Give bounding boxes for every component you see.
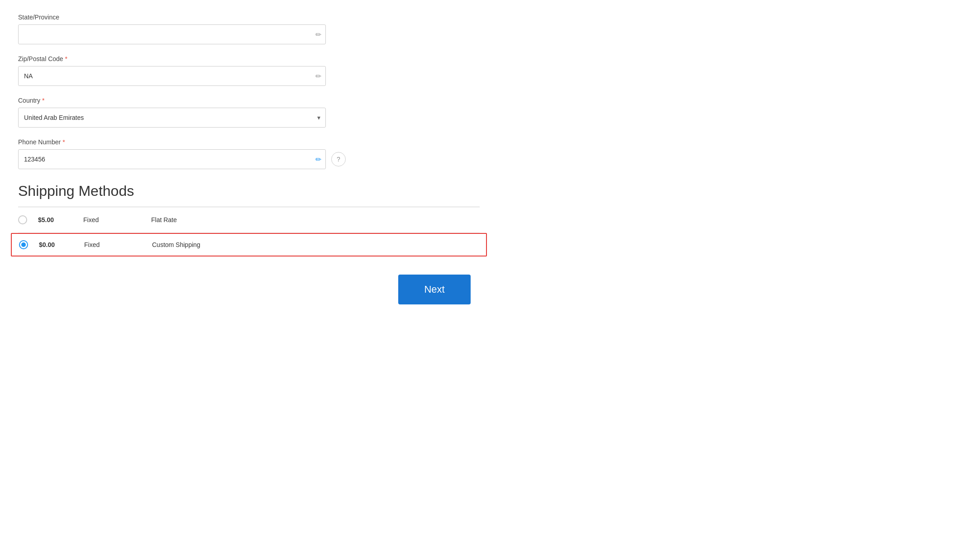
phone-input-wrapper: ✏ — [18, 149, 326, 169]
state-province-input[interactable] — [18, 24, 326, 44]
country-group: Country* United Arab Emirates United Sta… — [18, 97, 480, 128]
phone-row: ✏ ? — [18, 149, 480, 169]
country-select[interactable]: United Arab Emirates United States Unite… — [18, 108, 326, 128]
state-province-group: State/Province ✏ — [18, 14, 480, 44]
flat-rate-price: $5.00 — [38, 216, 83, 223]
state-province-input-wrapper: ✏ — [18, 24, 326, 44]
country-required-mark: * — [42, 97, 44, 104]
phone-number-label: Phone Number* — [18, 138, 480, 146]
phone-help-icon[interactable]: ? — [331, 152, 346, 166]
flat-rate-name: Flat Rate — [151, 216, 177, 223]
phone-required-mark: * — [62, 138, 65, 146]
state-province-label: State/Province — [18, 14, 480, 21]
zip-postal-input-wrapper: ✏ — [18, 66, 326, 86]
phone-input[interactable] — [18, 149, 326, 169]
shipping-row-flat-rate[interactable]: $5.00 Fixed Flat Rate — [18, 207, 480, 233]
custom-shipping-name: Custom Shipping — [152, 241, 200, 248]
country-select-wrapper: United Arab Emirates United States Unite… — [18, 108, 326, 128]
state-province-edit-icon[interactable]: ✏ — [315, 30, 321, 39]
custom-shipping-type: Fixed — [84, 241, 152, 248]
country-label: Country* — [18, 97, 480, 104]
shipping-row-custom[interactable]: $0.00 Fixed Custom Shipping — [11, 233, 487, 256]
custom-shipping-radio-inner — [21, 242, 26, 247]
zip-postal-group: Zip/Postal Code* ✏ — [18, 55, 480, 86]
question-mark: ? — [337, 156, 340, 163]
custom-shipping-price: $0.00 — [39, 241, 84, 248]
zip-postal-input[interactable] — [18, 66, 326, 86]
footer-area: Next — [18, 275, 480, 304]
next-button[interactable]: Next — [398, 275, 471, 304]
zip-postal-edit-icon[interactable]: ✏ — [315, 72, 321, 81]
custom-shipping-radio[interactable] — [19, 240, 28, 249]
zip-required-mark: * — [65, 55, 67, 62]
shipping-methods-section: Shipping Methods $5.00 Fixed Flat Rate $… — [18, 183, 480, 256]
flat-rate-type: Fixed — [83, 216, 151, 223]
phone-edit-icon[interactable]: ✏ — [315, 155, 321, 164]
page-container: State/Province ✏ Zip/Postal Code* ✏ Coun… — [0, 0, 498, 318]
flat-rate-radio[interactable] — [18, 215, 27, 224]
shipping-methods-title: Shipping Methods — [18, 183, 480, 199]
zip-postal-label: Zip/Postal Code* — [18, 55, 480, 62]
phone-number-group: Phone Number* ✏ ? — [18, 138, 480, 169]
